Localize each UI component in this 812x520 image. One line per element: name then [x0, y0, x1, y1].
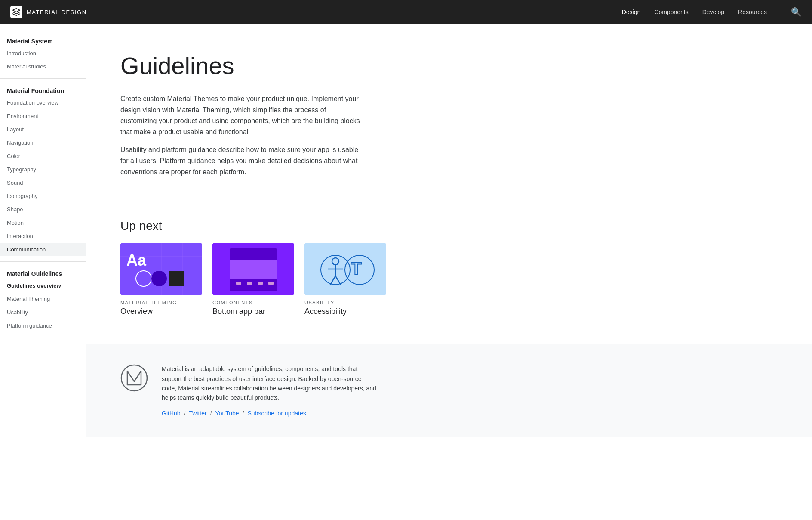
card-title-theming: Overview — [120, 307, 202, 316]
nav-develop[interactable]: Develop — [702, 7, 724, 17]
top-navigation: MATERIAL DESIGN Design Components Develo… — [0, 0, 812, 24]
sidebar-item-introduction[interactable]: Introduction — [0, 46, 86, 60]
sidebar-item-typography[interactable]: Typography — [0, 163, 86, 176]
sidebar-section-title-system: Material System — [0, 34, 86, 46]
svg-rect-10 — [169, 271, 184, 286]
cards-row: Aa MATERIAL THEMING Overview — [120, 243, 778, 316]
sidebar-section-material-system: Material System Introduction Material st… — [0, 34, 86, 73]
sidebar-item-material-theming[interactable]: Material Theming — [0, 292, 86, 306]
logo-icon — [10, 6, 22, 18]
logo-text: MATERIAL DESIGN — [27, 9, 87, 15]
svg-rect-14 — [230, 254, 277, 260]
sidebar-divider-2 — [0, 261, 86, 262]
sidebar-item-shape[interactable]: Shape — [0, 203, 86, 216]
card-category-theming: MATERIAL THEMING — [120, 300, 202, 305]
nav-components[interactable]: Components — [654, 7, 688, 17]
svg-point-8 — [136, 271, 151, 286]
sidebar-item-sound[interactable]: Sound — [0, 176, 86, 189]
svg-point-9 — [151, 271, 167, 286]
card-image-components — [212, 243, 294, 295]
logo[interactable]: MATERIAL DESIGN — [10, 6, 87, 18]
sidebar-item-navigation[interactable]: Navigation — [0, 136, 86, 149]
sidebar-item-foundation-overview[interactable]: Foundation overview — [0, 96, 86, 109]
nav-design[interactable]: Design — [622, 7, 641, 17]
sidebar-item-interaction[interactable]: Interaction — [0, 229, 86, 243]
sidebar-item-guidelines-overview[interactable]: Guidelines overview — [0, 279, 86, 292]
footer-description: Material is an adaptable system of guide… — [162, 364, 377, 403]
description-paragraph-1: Create custom Material Themes to make yo… — [120, 93, 361, 137]
page-title: Guidelines — [120, 52, 778, 80]
sidebar-item-layout[interactable]: Layout — [0, 123, 86, 136]
svg-text:T: T — [351, 259, 361, 278]
footer-text: Material is an adaptable system of guide… — [162, 364, 778, 417]
svg-rect-17 — [236, 282, 241, 285]
sidebar-item-communication[interactable]: Communication — [0, 243, 86, 256]
page-description: Create custom Material Themes to make yo… — [120, 93, 361, 177]
main-content: Guidelines Create custom Material Themes… — [86, 24, 812, 455]
up-next-heading: Up next — [120, 219, 778, 233]
description-paragraph-2: Usability and platform guidance describe… — [120, 144, 361, 177]
sidebar-divider-1 — [0, 78, 86, 79]
footer-link-twitter[interactable]: Twitter — [189, 410, 206, 417]
nav-links: Design Components Develop Resources 🔍 — [622, 7, 802, 17]
svg-text:Aa: Aa — [126, 251, 147, 269]
footer-link-youtube[interactable]: YouTube — [215, 410, 239, 417]
page-layout: Material System Introduction Material st… — [0, 24, 812, 455]
search-icon[interactable]: 🔍 — [791, 7, 802, 17]
sidebar-item-material-studies[interactable]: Material studies — [0, 60, 86, 73]
sidebar-section-title-guidelines: Material Guidelines — [0, 267, 86, 279]
sidebar-item-usability[interactable]: Usability — [0, 306, 86, 319]
sidebar-item-environment[interactable]: Environment — [0, 109, 86, 123]
footer-logo — [120, 364, 148, 392]
card-title-components: Bottom app bar — [212, 307, 294, 316]
nav-resources[interactable]: Resources — [738, 7, 767, 17]
card-category-usability: USABILITY — [304, 300, 386, 305]
sidebar-section-guidelines: Material Guidelines Guidelines overview … — [0, 267, 86, 332]
sidebar: Material System Introduction Material st… — [0, 24, 86, 455]
card-image-theming: Aa — [120, 243, 202, 295]
svg-rect-20 — [268, 282, 274, 285]
footer-link-subscribe[interactable]: Subscribe for updates — [248, 410, 306, 417]
footer-section: Material is an adaptable system of guide… — [86, 344, 812, 437]
sidebar-item-motion[interactable]: Motion — [0, 216, 86, 229]
card-title-usability: Accessibility — [304, 307, 386, 316]
sidebar-item-platform-guidance[interactable]: Platform guidance — [0, 319, 86, 332]
footer-links: GitHub / Twitter / YouTube / Subscribe f… — [162, 410, 778, 417]
svg-rect-18 — [247, 282, 252, 285]
card-components[interactable]: COMPONENTS Bottom app bar — [212, 243, 294, 316]
card-image-usability: T — [304, 243, 386, 295]
svg-rect-19 — [258, 282, 263, 285]
sidebar-section-title-foundation: Material Foundation — [0, 84, 86, 96]
svg-marker-31 — [127, 371, 141, 385]
card-material-theming[interactable]: Aa MATERIAL THEMING Overview — [120, 243, 202, 316]
card-usability[interactable]: T USABILITY Accessibility — [304, 243, 386, 316]
sidebar-section-foundation: Material Foundation Foundation overview … — [0, 84, 86, 256]
sidebar-item-iconography[interactable]: Iconography — [0, 189, 86, 203]
section-divider — [120, 198, 778, 198]
card-category-components: COMPONENTS — [212, 300, 294, 305]
svg-point-30 — [121, 365, 147, 391]
footer-link-github[interactable]: GitHub — [162, 410, 181, 417]
sidebar-item-color[interactable]: Color — [0, 149, 86, 163]
